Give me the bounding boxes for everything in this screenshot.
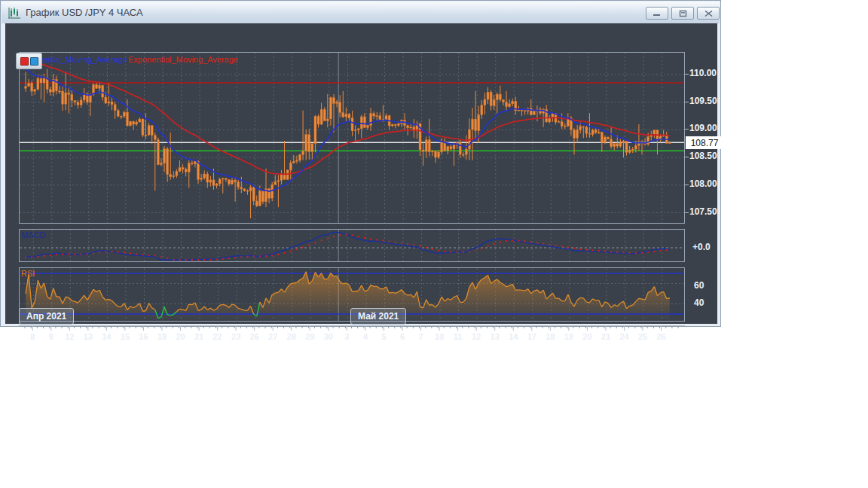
macd-pane-label: MACD [21,230,45,239]
price-tick [685,185,689,185]
date-label: 15 [121,332,130,341]
candlestick-chart-icon [8,7,21,19]
date-label: 4 [363,332,368,341]
rsi-level-40: 40 [694,297,704,308]
date-label: 29 [305,332,314,341]
date-label: 28 [287,332,296,341]
ma-fast-color-button[interactable] [30,57,38,66]
maximize-button[interactable] [671,7,694,20]
price-tick [685,74,689,75]
date-label: 13 [84,332,93,341]
legend-ema-slow-label: Exponential_Moving_Average [128,55,238,64]
date-label: 26 [656,332,665,341]
price-tick-label: 109.50 [689,96,717,106]
date-label: 24 [619,332,628,341]
price-tick [685,157,689,157]
date-label: 3 [344,332,349,341]
minimize-button[interactable] [646,7,668,20]
price-tick [685,129,689,130]
price-tick [685,102,689,102]
price-tick-label: 109.00 [689,123,717,133]
date-label: 20 [582,332,591,341]
legend-toolbar [16,53,42,69]
restore-icon [679,10,687,17]
price-tick-label: 108.50 [689,151,717,161]
chart-window: График USD /JPY 4 ЧАСА [0,0,721,327]
price-tick-label: 107.50 [689,206,717,217]
date-label: 13 [491,332,500,341]
date-label: 19 [157,332,167,341]
date-label: 14 [509,332,518,341]
date-label: 16 [139,332,148,341]
date-label: 17 [527,332,536,341]
date-label: 20 [176,332,185,341]
date-label: 22 [213,332,222,341]
window-titlebar[interactable]: График USD /JPY 4 ЧАСА [2,2,720,23]
date-label: 9 [49,332,53,341]
macd-zero-label: +0.0 [692,242,711,252]
ma-slow-color-button[interactable] [20,57,29,66]
close-icon [704,10,713,17]
macd-signal-dots [25,233,668,261]
chart-area: Exponential_Moving_Average Exponential_M… [5,23,717,324]
close-button[interactable] [697,7,720,20]
price-tick-label: 110.00 [689,68,717,78]
rsi-pane-label: RSI [21,269,35,278]
date-label: 26 [250,332,259,341]
macd-pane[interactable] [19,229,685,262]
price-tick [685,212,689,213]
current-price-tag: 108.77 [686,136,723,149]
date-label: 10 [435,332,444,341]
date-label: 6 [400,332,405,341]
main-grid [20,53,684,223]
date-label: 25 [638,332,647,341]
price-chart-canvas [20,53,684,223]
date-label: 5 [381,332,386,341]
date-label: 30 [324,332,333,341]
date-label: 18 [546,332,555,341]
date-label: 11 [454,332,463,341]
month-button-april[interactable]: Апр 2021 [19,308,74,325]
rsi-level-60: 60 [694,280,704,291]
window-title: График USD /JPY 4 ЧАСА [26,7,143,18]
month-button-may[interactable]: Май 2021 [350,308,406,325]
date-label: 21 [194,332,203,341]
date-label: 21 [601,332,610,341]
price-chart-pane[interactable] [19,52,685,224]
date-label: 7 [419,332,423,341]
date-label: 14 [102,332,111,341]
price-tick-label: 108.00 [689,178,717,189]
date-label: 12 [472,332,481,341]
date-label: 12 [65,332,74,341]
macd-canvas [20,230,684,261]
date-label: 27 [268,332,277,341]
desktop: { "window": { "title": "График USD /JPY … [0,0,868,488]
date-label: 19 [564,332,573,341]
minimize-icon [653,10,662,17]
date-label: 23 [231,332,240,341]
date-label: 8 [30,332,35,341]
